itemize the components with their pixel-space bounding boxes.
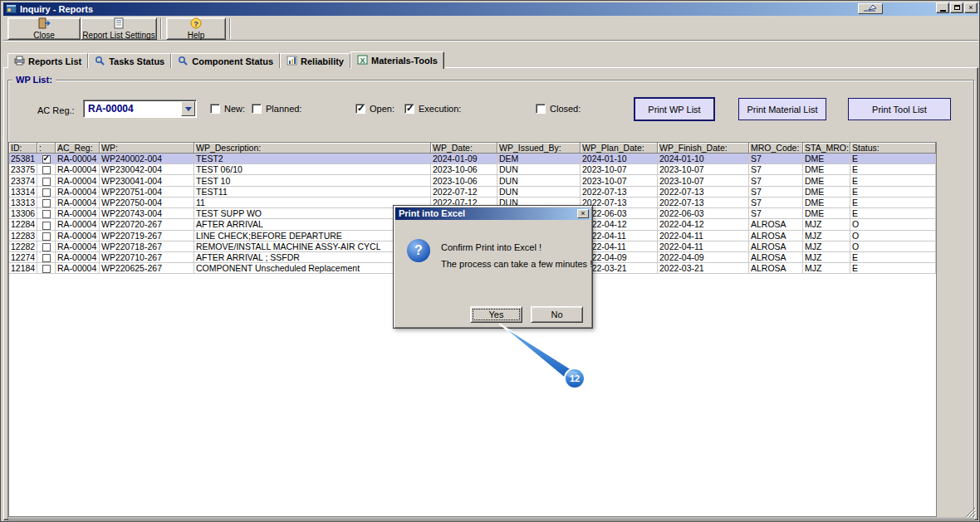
- cell-wp: WP240002-004: [100, 154, 194, 164]
- cell-ac-reg: RA-00004: [56, 175, 100, 186]
- col-wp[interactable]: WP:: [100, 143, 194, 154]
- row-checkbox[interactable]: [42, 243, 51, 251]
- cell-id: 13306: [9, 208, 37, 219]
- cell-mro-code: ALROSA: [749, 231, 803, 241]
- cell-plan-date: 2023-10-07: [581, 164, 658, 175]
- new-checkbox-label: New:: [224, 104, 245, 114]
- report-list-settings-button[interactable]: Report List Settings: [81, 17, 157, 40]
- cell-mro-code: S7: [749, 208, 803, 219]
- filter-planned: Planned:: [252, 104, 301, 114]
- cell-wp-date: 2022-07-12: [431, 187, 497, 198]
- cell-status: E: [850, 164, 936, 175]
- cell-status: E: [850, 198, 936, 208]
- cell-id: 12283: [9, 231, 37, 241]
- print-tool-list-button[interactable]: Print Tool List: [848, 98, 951, 120]
- row-checkbox[interactable]: [42, 178, 51, 186]
- close-window-button[interactable]: ×: [964, 2, 978, 13]
- component-status-icon: [178, 56, 189, 67]
- grid-row[interactable]: 23375RA-00004WP230042-004TEST 06/102023-…: [9, 164, 936, 175]
- cell-sta-mro: MJZ: [803, 219, 850, 230]
- new-checkbox[interactable]: [210, 104, 220, 114]
- execution-checkbox[interactable]: [404, 104, 414, 114]
- tab-label: Materials-Tools: [371, 56, 438, 66]
- help-icon: ?: [189, 17, 203, 31]
- cell-ac-reg: RA-00004: [56, 219, 100, 230]
- cell-wp: WP220750-004: [100, 198, 194, 208]
- tab-reports-list[interactable]: Reports List: [7, 53, 88, 68]
- print-wp-list-button[interactable]: Print WP List: [635, 98, 714, 120]
- cell-status: E: [850, 175, 936, 186]
- cell-finish-date: 2022-06-03: [658, 208, 749, 219]
- tab-component-status[interactable]: Component Status: [171, 53, 280, 68]
- ac-reg-combobox[interactable]: RA-00004: [83, 100, 197, 118]
- col-ac-reg[interactable]: AC_Reg:: [56, 143, 100, 154]
- row-checkbox[interactable]: [42, 265, 51, 273]
- col-description[interactable]: WP_Description:: [194, 143, 431, 154]
- chevron-down-icon: [185, 107, 192, 111]
- planned-checkbox[interactable]: [252, 104, 262, 114]
- row-checkbox[interactable]: [42, 254, 51, 262]
- col-finish-date[interactable]: WP_Finish_Date:: [658, 143, 749, 154]
- closed-checkbox[interactable]: [536, 104, 546, 114]
- tab-bar: Reports List Tasks Status Component Stat…: [7, 51, 444, 68]
- row-checkbox[interactable]: [42, 199, 51, 207]
- window-title: Inquiry - Reports: [20, 4, 93, 14]
- report-list-icon: [112, 17, 125, 31]
- cell-wp: WP230042-004: [100, 164, 194, 175]
- tab-label: Reports List: [28, 56, 81, 66]
- cell-wp: WP220720-267: [100, 219, 194, 230]
- col-issued-by[interactable]: WP_Issued_By:: [497, 143, 581, 154]
- cell-id: 25381: [9, 154, 37, 164]
- col-wp-date[interactable]: WP_Date:: [431, 143, 497, 154]
- cell-sta-mro: DME: [803, 154, 850, 164]
- col-check[interactable]: :: [37, 143, 56, 154]
- title-bar[interactable]: Inquiry - Reports: [3, 2, 978, 16]
- col-mro-code[interactable]: MRO_Code:: [749, 143, 803, 154]
- col-status[interactable]: Status:: [850, 143, 936, 154]
- dialog-title-bar[interactable]: Print into Excel: [395, 207, 590, 220]
- dialog-close-button[interactable]: ×: [577, 209, 589, 218]
- cell-ac-reg: RA-00004: [56, 263, 100, 274]
- tab-tasks-status[interactable]: Tasks Status: [88, 53, 171, 68]
- titlebar-tool-button[interactable]: [858, 3, 883, 14]
- minimize-button[interactable]: [936, 2, 949, 13]
- cell-finish-date: 2023-10-07: [658, 164, 749, 175]
- row-checkbox[interactable]: [42, 210, 51, 218]
- cell-checkbox: [37, 154, 56, 164]
- callout-annotation: 12: [462, 316, 595, 399]
- cell-id: 12184: [9, 263, 37, 274]
- cell-ac-reg: RA-00004: [56, 198, 100, 208]
- filter-new: New:: [210, 104, 245, 114]
- row-checkbox[interactable]: [42, 166, 51, 174]
- row-checkbox[interactable]: [42, 155, 51, 163]
- grid-row[interactable]: 13314RA-00004WP220751-004TEST112022-07-1…: [9, 187, 936, 198]
- ac-reg-label: AC Reg.:: [37, 105, 75, 115]
- tab-materials-tools[interactable]: X Materials-Tools: [350, 51, 444, 69]
- grid-row[interactable]: 25381RA-00004WP240002-004TEST22024-01-09…: [9, 154, 936, 164]
- help-button-label: Help: [188, 31, 205, 40]
- row-checkbox[interactable]: [42, 232, 51, 241]
- cell-ac-reg: RA-00004: [56, 154, 100, 164]
- resize-grip[interactable]: [965, 507, 976, 518]
- help-button[interactable]: ? Help: [166, 17, 226, 40]
- row-checkbox[interactable]: [42, 188, 51, 197]
- grid-row[interactable]: 23374RA-00004WP230041-004TEST 102023-10-…: [9, 175, 936, 186]
- open-checkbox[interactable]: [355, 104, 365, 114]
- cell-status: E: [850, 263, 936, 274]
- cell-wp-date: 2023-10-06: [431, 175, 497, 186]
- row-checkbox[interactable]: [42, 222, 51, 230]
- combobox-dropdown-button[interactable]: [181, 101, 195, 116]
- print-material-list-button[interactable]: Print Material List: [738, 98, 826, 120]
- col-sta-mro[interactable]: STA_MRO:: [803, 143, 850, 154]
- tab-reliability[interactable]: Reliability: [280, 53, 350, 68]
- filter-execution: Execution:: [404, 104, 461, 114]
- col-plan-date[interactable]: WP_Plan_Date:: [581, 143, 658, 154]
- restore-button[interactable]: [950, 2, 963, 13]
- col-id[interactable]: ID:: [9, 143, 37, 154]
- cell-checkbox: [37, 263, 56, 274]
- close-button[interactable]: Close: [7, 17, 81, 40]
- cell-status: O: [850, 231, 936, 241]
- cell-issued-by: DUN: [497, 187, 581, 198]
- app-icon[interactable]: [6, 4, 17, 15]
- cell-issued-by: DEM: [497, 154, 581, 164]
